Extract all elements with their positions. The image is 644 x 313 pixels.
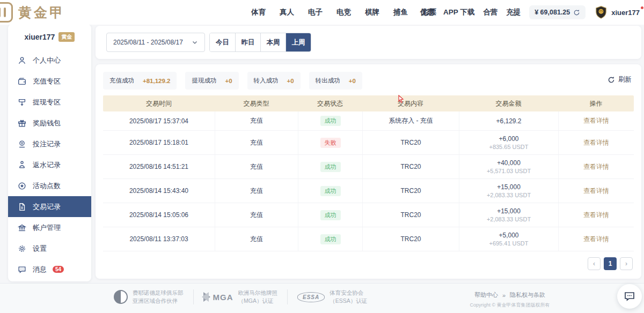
- sidebar-item-bet-records[interactable]: 投注记录: [8, 133, 91, 154]
- transactions-panel: 充值成功 +81,129.2 提现成功 +0 转入成功 +0 转出成功 +0 刷…: [96, 64, 641, 279]
- txn-time: 2025/08/14 15:43:40: [129, 187, 188, 195]
- sidebar-item-withdraw[interactable]: 提现专区: [8, 92, 91, 113]
- withdraw-icon: [17, 97, 27, 107]
- txn-time: 2025/08/14 15:05:06: [129, 211, 188, 219]
- tab-last-week[interactable]: 上周: [286, 33, 311, 51]
- table-row: 2025/08/14 15:43:40 充值 成功 TRC20 +15,000+…: [103, 179, 634, 203]
- sidebar-item-settings[interactable]: 设置: [8, 238, 91, 259]
- stat-label: 转出成功: [316, 77, 340, 85]
- txn-type: 充值: [250, 211, 263, 220]
- table-row: 2025/08/17 15:37:04 充值 成功 系统存入 - 充值 +6,1…: [103, 111, 634, 131]
- link-app-download[interactable]: APP 下载: [443, 8, 474, 17]
- stat-label: 转入成功: [254, 77, 279, 85]
- privacy-terms-link[interactable]: 隐私权与条款: [510, 291, 545, 299]
- nav-fishing[interactable]: 捕鱼: [393, 8, 408, 17]
- unread-count-badge: 54: [53, 266, 64, 273]
- txn-time: 2025/08/16 14:51:21: [129, 163, 188, 170]
- stat-withdraw-success: 提现成功 +0: [185, 72, 238, 90]
- txn-type: 充值: [250, 187, 263, 196]
- stat-transfer-in-success: 转入成功 +0: [247, 72, 301, 90]
- sidebar-item-personal-center[interactable]: 个人中心: [8, 50, 91, 71]
- chevron-down-icon: [192, 39, 198, 46]
- partner-line1: 体育安全协会: [330, 289, 367, 296]
- view-details-link[interactable]: 查看详情: [583, 116, 609, 125]
- nav-esports[interactable]: 电竞: [336, 8, 351, 17]
- site-logo[interactable]: 黄金甲: [0, 2, 65, 23]
- balance-amount: ¥ 69,081.25: [535, 9, 570, 16]
- txn-type: 充值: [250, 162, 263, 172]
- view-details-link[interactable]: 查看详情: [583, 162, 609, 172]
- tab-today[interactable]: 今日: [210, 33, 235, 51]
- refresh-balance-icon[interactable]: [573, 9, 580, 16]
- sidebar-item-label: 活动点数: [33, 181, 61, 191]
- status-badge: 成功: [320, 162, 341, 172]
- view-details-link[interactable]: 查看详情: [583, 138, 609, 147]
- sidebar-item-transaction-records[interactable]: 交易记录: [8, 196, 91, 217]
- partner-line1: 欧洲马尔他牌照: [238, 289, 278, 296]
- refresh-button[interactable]: 刷新: [608, 75, 632, 84]
- avatar-shield-icon: [594, 5, 608, 19]
- col-header-type: 交易类型: [215, 99, 298, 108]
- view-details-link[interactable]: 查看详情: [583, 235, 609, 244]
- help-center-link[interactable]: 帮助中心: [474, 291, 498, 299]
- col-header-amount: 交易金额: [459, 99, 558, 108]
- notification-dot: [641, 6, 643, 9]
- balance-display[interactable]: ¥ 69,081.25: [529, 5, 586, 19]
- status-badge: 失败: [320, 138, 341, 148]
- txn-content: TRC20: [400, 163, 421, 170]
- sidebar: xiuer177 黄金 个人中心 充值专区 提现专区 奖励钱包 投注记录 返水记…: [8, 24, 91, 281]
- sidebar-item-account-management[interactable]: 帐户管理: [8, 217, 91, 238]
- col-header-content: 交易内容: [362, 99, 459, 108]
- nav-live[interactable]: 真人: [280, 8, 294, 17]
- tab-yesterday[interactable]: 昨日: [235, 33, 260, 51]
- chat-bubble-icon: [623, 290, 636, 303]
- table-row: 2025/08/14 15:05:06 充值 成功 TRC20 +15,000+…: [103, 203, 634, 227]
- txn-amount: +40,000: [497, 159, 521, 167]
- nav-sports[interactable]: 体育: [251, 8, 266, 17]
- tab-this-week[interactable]: 本周: [260, 33, 286, 51]
- bet-record-icon: [17, 139, 27, 149]
- stat-label: 提现成功: [192, 77, 216, 85]
- page-1-button[interactable]: 1: [604, 257, 617, 270]
- mga-wordmark: MGA: [213, 293, 233, 302]
- sidebar-item-label: 投注记录: [33, 139, 61, 149]
- sidebar-item-rebate-records[interactable]: 返水记录: [8, 154, 91, 175]
- link-deposit-withdraw[interactable]: 充提: [506, 8, 521, 17]
- mga-logo-icon: MGA: [203, 292, 233, 302]
- txn-type: 充值: [250, 235, 263, 244]
- stat-value: +0: [225, 78, 232, 84]
- document-icon: [17, 202, 27, 212]
- txn-content: TRC20: [400, 187, 421, 195]
- nav-cards[interactable]: 棋牌: [365, 8, 379, 17]
- sidebar-item-reward-wallet[interactable]: 奖励钱包: [8, 113, 91, 133]
- sidebar-username: xiuer177: [25, 33, 55, 41]
- txn-content: TRC20: [400, 211, 421, 219]
- view-details-link[interactable]: 查看详情: [583, 187, 609, 196]
- txn-content: TRC20: [400, 139, 421, 146]
- sidebar-item-messages[interactable]: 消息 54: [8, 259, 91, 280]
- col-header-time: 交易时间: [103, 99, 215, 108]
- status-badge: 成功: [320, 116, 341, 126]
- nav-slots[interactable]: 电子: [308, 8, 323, 17]
- link-promotions[interactable]: 优惠: [420, 8, 435, 17]
- date-range-select[interactable]: 2025/08/11 - 2025/08/17: [106, 33, 205, 52]
- txn-time: 2025/08/17 15:37:04: [129, 117, 188, 125]
- top-header: 黄金甲 体育 真人 电子 电竞 棋牌 捕鱼 彩票 优惠 APP 下载 合营 充提…: [0, 0, 644, 25]
- vip-level-badge: 黄金: [58, 32, 75, 42]
- sidebar-item-activity-points[interactable]: 活动点数: [8, 175, 91, 196]
- prev-page-button[interactable]: ‹: [588, 257, 601, 270]
- col-header-status: 交易状态: [298, 99, 362, 108]
- txn-amount-usdt: +695.41 USDT: [489, 240, 528, 247]
- next-page-button[interactable]: ›: [620, 257, 633, 270]
- user-menu[interactable]: xiuer177: [594, 5, 640, 19]
- partner-line1: 费耶诺德足球俱乐部: [133, 289, 184, 296]
- main-nav: 体育 真人 电子 电竞 棋牌 捕鱼 彩票: [251, 0, 436, 25]
- customer-service-button[interactable]: [617, 284, 642, 309]
- view-details-link[interactable]: 查看详情: [583, 211, 609, 220]
- table-row: 2025/08/16 14:51:21 充值 成功 TRC20 +40,000+…: [103, 155, 634, 179]
- user-icon: [17, 55, 27, 65]
- star-circle-icon: [17, 181, 27, 191]
- sidebar-item-deposit[interactable]: 充值专区: [8, 71, 91, 92]
- link-affiliate[interactable]: 合营: [483, 8, 497, 17]
- txn-amount-usdt: +2,083.33 USDT: [487, 216, 531, 222]
